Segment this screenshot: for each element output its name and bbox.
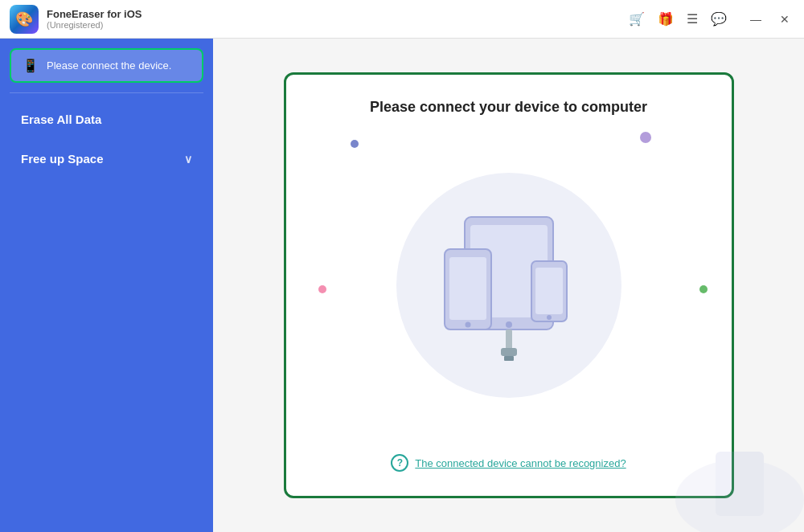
question-icon: ?: [391, 454, 408, 472]
free-up-space-label: Free up Space: [21, 152, 104, 166]
app-subtitle: (Unregistered): [47, 20, 142, 30]
card-title: Please connect your device to computer: [370, 99, 647, 116]
menu-icon[interactable]: ☰: [687, 11, 698, 27]
title-bar-left: 🎨 FoneEraser for iOS (Unregistered): [10, 5, 142, 34]
question-mark: ?: [397, 457, 403, 469]
connect-device-label: Please connect the device.: [47, 59, 171, 72]
card-footer: ? The connected device cannot be recogni…: [391, 454, 626, 472]
app-title-text: FoneEraser for iOS (Unregistered): [47, 8, 142, 30]
dot-green: [699, 285, 708, 293]
cart-icon[interactable]: 🛒: [629, 11, 645, 27]
app-name: FoneEraser for iOS: [47, 8, 142, 20]
help-link[interactable]: The connected device cannot be recognize…: [415, 457, 626, 469]
sidebar: 📱 Please connect the device. Erase All D…: [0, 39, 213, 532]
illustration-area: [302, 116, 716, 454]
svg-rect-10: [501, 348, 517, 356]
svg-rect-7: [535, 268, 563, 314]
chevron-down-icon: ∨: [184, 153, 192, 166]
sidebar-item-erase-all-data[interactable]: Erase All Data: [10, 103, 203, 136]
dot-purple: [640, 132, 651, 143]
svg-rect-9: [506, 329, 512, 350]
svg-point-5: [465, 321, 470, 327]
dot-pink: [318, 285, 326, 293]
devices-illustration: [420, 205, 597, 366]
chat-icon[interactable]: 💬: [711, 11, 727, 27]
gift-icon[interactable]: 🎁: [658, 11, 674, 27]
sidebar-divider: [10, 92, 203, 93]
circle-background: [396, 173, 621, 398]
minimize-button[interactable]: —: [746, 10, 765, 29]
main-area: 📱 Please connect the device. Erase All D…: [0, 39, 804, 532]
app-icon: 🎨: [10, 5, 39, 34]
svg-point-2: [506, 321, 512, 328]
svg-point-8: [547, 315, 552, 320]
content-area: Please connect your device to computer: [213, 39, 804, 532]
close-button[interactable]: ✕: [775, 10, 794, 29]
phone-icon: 📱: [23, 58, 39, 73]
erase-all-data-label: Erase All Data: [21, 113, 101, 126]
connect-device-button[interactable]: 📱 Please connect the device.: [10, 48, 203, 83]
window-controls: — ✕: [746, 10, 794, 29]
title-bar-right: 🛒 🎁 ☰ 💬 — ✕: [629, 10, 794, 29]
svg-rect-4: [449, 257, 486, 320]
dot-blue: [351, 140, 359, 148]
svg-rect-11: [504, 356, 514, 361]
sidebar-item-free-up-space[interactable]: Free up Space ∨: [10, 142, 203, 175]
title-bar: 🎨 FoneEraser for iOS (Unregistered) 🛒 🎁 …: [0, 0, 804, 39]
device-card: Please connect your device to computer: [284, 72, 734, 498]
